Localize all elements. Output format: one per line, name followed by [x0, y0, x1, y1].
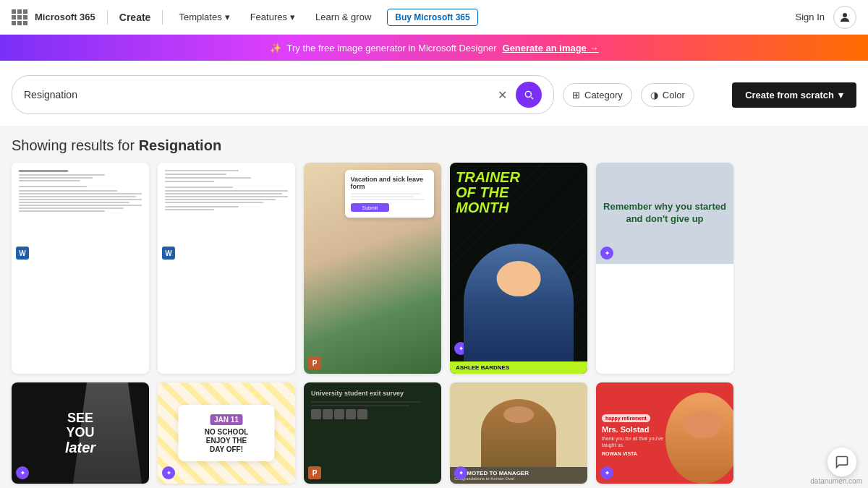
powerpoint-icon: P: [308, 356, 321, 369]
card-see-you-later[interactable]: SEEYOU later ✦: [12, 382, 149, 484]
canva-icon-retirement: ✦: [600, 466, 613, 479]
results-query: Resignation: [139, 137, 221, 153]
sign-in-link[interactable]: Sign In: [796, 12, 825, 22]
card-remember[interactable]: Remember why you started and don't give …: [596, 163, 733, 374]
card-promoted[interactable]: PROMOTED TO MANAGER Congratulations to K…: [450, 382, 587, 484]
generate-link[interactable]: Generate an image →: [503, 43, 599, 53]
canva-icon-noschool: ✦: [162, 466, 175, 479]
search-input[interactable]: [24, 89, 498, 100]
card-retirement[interactable]: happy retirement Mrs. Solstad thank you …: [596, 382, 733, 484]
datanumen-watermark: datanumen.com: [810, 477, 862, 485]
canva-icon-seeyou: ✦: [16, 466, 29, 479]
nav-separator-2: [162, 10, 163, 25]
category-icon: ⊞: [572, 90, 580, 100]
ms-grid-icon: [12, 9, 27, 25]
nav-create[interactable]: Create: [119, 12, 151, 23]
promoted-sub: Congratulations to Kensie Oval: [454, 476, 583, 481]
card-trainer-of-month[interactable]: TRAINEROF THEMONTH ASHLEE BARDNES ✦: [450, 163, 587, 374]
color-icon: ◑: [650, 90, 658, 100]
card-exit-survey[interactable]: University student exit survey P: [304, 382, 441, 484]
trainer-title: TRAINEROF THEMONTH: [456, 170, 582, 215]
color-filter[interactable]: ◑ Color: [641, 83, 694, 107]
canva-icon-promoted: ✦: [454, 466, 467, 479]
remember-text: Remember why you started and don't give …: [603, 201, 726, 226]
trainer-name: ASHLEE BARDNES: [456, 364, 582, 371]
promo-banner: ✨ Try the free image generator in Micros…: [0, 35, 868, 61]
color-label: Color: [663, 90, 685, 100]
top-navigation: Microsoft 365 Create Templates ▾ Feature…: [0, 0, 868, 35]
vacation-form-title: Vacation and sick leave form: [351, 176, 429, 190]
card-resignation-1[interactable]: W: [12, 163, 149, 374]
results-heading: Showing results for Resignation: [0, 126, 868, 163]
search-button[interactable]: [516, 82, 542, 108]
chat-fab-button[interactable]: [827, 448, 856, 476]
later-text: later: [65, 440, 95, 455]
no-school-text: NO SCHOOLENJOY THEDAY OFF!: [186, 428, 268, 454]
search-box: ✕: [12, 75, 554, 114]
card-resignation-2[interactable]: W: [158, 163, 295, 374]
chevron-down-icon: ▾: [225, 12, 230, 22]
canva-icon-remember: ✦: [600, 247, 613, 260]
ms365-logo[interactable]: Microsoft 365: [12, 9, 95, 25]
nav-templates[interactable]: Templates ▾: [174, 9, 234, 25]
word-icon: W: [16, 247, 29, 260]
banner-text: Try the free image generator in Microsof…: [287, 43, 497, 53]
word-icon-2: W: [162, 247, 175, 260]
nav-features[interactable]: Features ▾: [246, 9, 299, 25]
nav-separator: [107, 10, 108, 25]
promoted-text: PROMOTED TO MANAGER: [454, 470, 583, 476]
powerpoint-icon-survey: P: [308, 466, 321, 479]
chevron-down-icon: ▾: [290, 12, 295, 22]
retirement-subname: ROWAN VISTA: [602, 451, 666, 456]
category-filter[interactable]: ⊞ Category: [563, 83, 632, 107]
create-scratch-button[interactable]: Create from scratch ▾: [732, 82, 856, 108]
wand-icon: ✨: [270, 43, 281, 53]
date-badge: JAN 11: [210, 414, 243, 425]
category-label: Category: [584, 90, 623, 100]
results-prefix: Showing results for: [12, 137, 135, 153]
see-you-text: SEEYOU: [65, 411, 95, 440]
nav-learn[interactable]: Learn & grow: [311, 9, 375, 25]
search-area: ✕ ⊞ Category ◑ Color Create from scratch…: [0, 61, 868, 126]
clear-icon[interactable]: ✕: [498, 88, 507, 102]
retirement-name: Mrs. Solstad: [602, 425, 666, 435]
buy-button[interactable]: Buy Microsoft 365: [387, 9, 477, 26]
logo-text: Microsoft 365: [35, 12, 95, 22]
happy-retirement-badge: happy retirement: [602, 414, 650, 422]
svg-point-0: [843, 13, 847, 17]
avatar[interactable]: [833, 6, 856, 29]
nav-right: Sign In: [796, 6, 856, 29]
survey-title: University student exit survey: [311, 390, 434, 397]
retirement-thanks: thank you for all that you've taught us.: [602, 435, 666, 448]
chevron-down-icon: ▾: [838, 90, 843, 100]
card-vacation-form[interactable]: Vacation and sick leave form Submit P: [304, 163, 441, 374]
card-no-school[interactable]: JAN 11 NO SCHOOLENJOY THEDAY OFF! ✦: [158, 382, 295, 484]
